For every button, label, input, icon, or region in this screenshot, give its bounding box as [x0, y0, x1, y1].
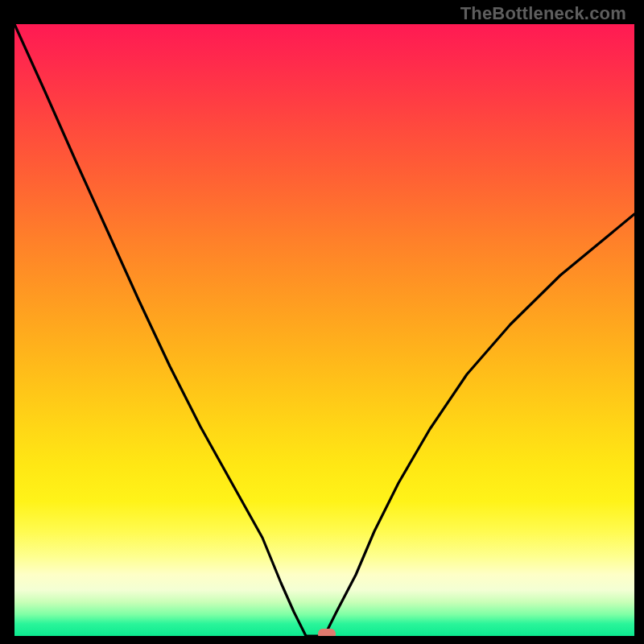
curve-layer [14, 24, 634, 636]
watermark-text: TheBottleneck.com [460, 3, 626, 24]
current-point-marker [318, 629, 336, 636]
curve-left-branch [14, 24, 306, 636]
curve-right-branch [324, 214, 634, 636]
chart-frame: TheBottleneck.com [0, 0, 644, 644]
plot-area [14, 24, 634, 636]
